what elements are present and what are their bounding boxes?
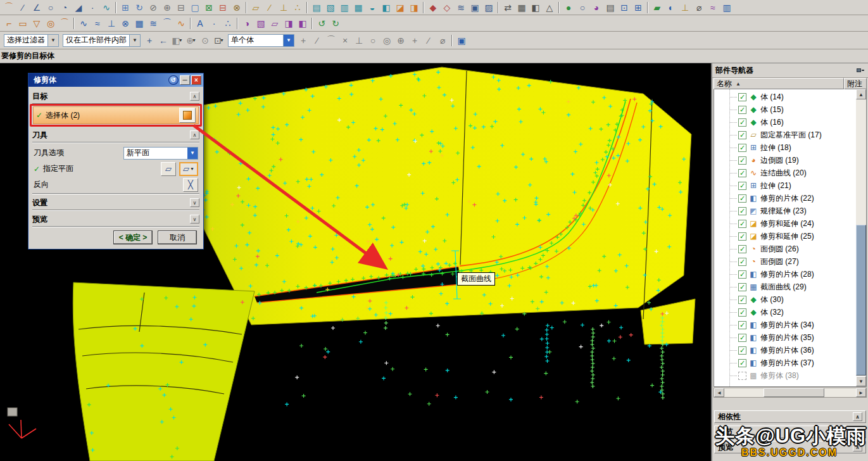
checkbox-icon[interactable]: ✓ bbox=[738, 232, 746, 241]
refresh-icon[interactable]: ↺ bbox=[315, 17, 329, 30]
checkbox-icon[interactable]: ✓ bbox=[738, 106, 746, 114]
arc-icon[interactable]: ∠ bbox=[30, 1, 44, 14]
line-icon[interactable]: ∕ bbox=[16, 1, 30, 14]
hole-icon[interactable]: ⊘ bbox=[146, 1, 160, 14]
nav-vertical-scrollbar[interactable]: ▲ ▼ bbox=[856, 89, 866, 386]
point-icon[interactable]: · bbox=[85, 1, 99, 14]
trim-body-icon[interactable]: ◆ bbox=[426, 1, 440, 14]
sew-icon[interactable]: ≋ bbox=[454, 1, 468, 14]
snap-line-icon[interactable]: ∕ bbox=[310, 34, 324, 47]
checkbox-icon[interactable]: ✓ bbox=[738, 359, 746, 367]
selection-type-combo[interactable]: 单个体 ▼ bbox=[228, 34, 294, 47]
text-curve-icon[interactable]: A bbox=[193, 17, 207, 30]
offset-surface-icon[interactable]: ◧ bbox=[379, 1, 393, 14]
point-set-curve-icon[interactable]: ∴ bbox=[221, 17, 235, 30]
spline-icon[interactable]: ∿ bbox=[99, 1, 113, 14]
checkbox-icon[interactable]: ✓ bbox=[738, 245, 746, 253]
snap-end-point-icon[interactable]: × bbox=[338, 34, 352, 47]
intersect-icon[interactable]: ⊗ bbox=[230, 1, 244, 14]
checkbox-icon[interactable] bbox=[738, 372, 746, 380]
cancel-button[interactable]: 取消 bbox=[158, 230, 197, 244]
point-curve-icon[interactable]: · bbox=[207, 17, 221, 30]
pin-icon[interactable] bbox=[856, 66, 865, 75]
chevron-down-icon[interactable]: ∨ bbox=[190, 198, 199, 207]
split-body-icon[interactable]: ◇ bbox=[440, 1, 454, 14]
navigator-titlebar[interactable]: 部件导航器 bbox=[712, 63, 868, 78]
snap-intersection-icon[interactable]: ∕ bbox=[422, 34, 436, 47]
nav-subpanel[interactable]: 相依性∧ bbox=[714, 410, 866, 423]
nav-subpanel[interactable]: 预览∧ bbox=[714, 441, 866, 453]
checkbox-icon[interactable]: ✓ bbox=[738, 321, 746, 329]
chevron-up-icon[interactable]: ∧ bbox=[853, 427, 862, 436]
chevron-down-icon[interactable]: ▼ bbox=[129, 35, 140, 46]
checkbox-icon[interactable]: ✓ bbox=[738, 118, 746, 127]
checkbox-icon[interactable]: ✓ bbox=[738, 93, 746, 101]
mirror-feature-icon[interactable]: ◧ bbox=[529, 1, 543, 14]
chevron-up-icon[interactable]: ∧ bbox=[853, 412, 862, 421]
datum-axis-icon[interactable]: ∕ bbox=[263, 1, 277, 14]
nav-item[interactable]: ✓◕边倒圆 (19) bbox=[714, 154, 856, 167]
checkbox-icon[interactable]: ✓ bbox=[738, 346, 746, 355]
point-set-icon[interactable]: ∴ bbox=[291, 1, 305, 14]
n-sided-surface-icon[interactable]: ▦ bbox=[351, 1, 365, 14]
checkbox-icon[interactable]: ✓ bbox=[738, 207, 746, 215]
selection-filter-combo[interactable]: 选择过滤器 ▼ bbox=[4, 34, 59, 47]
plane-dialog-button[interactable]: ▱ bbox=[161, 162, 176, 176]
nav-item[interactable]: ✓◧修剪的片体 (36) bbox=[714, 344, 856, 357]
fit-curve-icon[interactable]: ≈ bbox=[91, 17, 104, 30]
fillet-icon[interactable]: ◔ bbox=[58, 1, 72, 14]
chamfer-icon[interactable]: ◢ bbox=[72, 1, 85, 14]
checkbox-icon[interactable]: ✓ bbox=[738, 194, 746, 203]
type-filter-icon[interactable]: + bbox=[142, 34, 156, 47]
snap-center-icon[interactable]: ○ bbox=[366, 34, 380, 47]
scroll-right-icon[interactable]: ► bbox=[856, 388, 866, 397]
through-curves-icon[interactable]: ▤ bbox=[310, 1, 324, 14]
solid-preference-icon[interactable]: ◧▼ bbox=[170, 34, 184, 47]
feature-tree[interactable]: ✓◆体 (14)✓◆体 (15)✓◆体 (16)✓▱固定基准平面 (17)✓⊞拉… bbox=[714, 89, 867, 387]
chevron-down-icon[interactable]: ▼ bbox=[47, 35, 58, 46]
snap-mid-point-icon[interactable]: ⊥ bbox=[352, 34, 366, 47]
nav-item[interactable]: ✓▱固定基准平面 (17) bbox=[714, 129, 856, 141]
orientation-triad[interactable] bbox=[8, 408, 36, 438]
wireframe-view-icon[interactable]: ○ bbox=[576, 1, 589, 14]
checkbox-icon[interactable]: ✓ bbox=[738, 308, 746, 317]
show-hide-icon[interactable]: ◐ bbox=[664, 1, 678, 14]
scrollbar-thumb[interactable] bbox=[764, 388, 824, 397]
nav-item[interactable]: ✓◧修剪的片体 (28) bbox=[714, 268, 856, 281]
scale-body-icon[interactable]: △ bbox=[543, 1, 557, 14]
section-curve-icon[interactable]: ▦ bbox=[132, 17, 146, 30]
pan-icon[interactable]: + bbox=[296, 34, 310, 47]
nav-item[interactable]: ✓◆体 (32) bbox=[714, 306, 856, 319]
scroll-left-icon[interactable]: ◄ bbox=[714, 388, 724, 397]
four-point-surface-icon[interactable]: ▱ bbox=[268, 17, 282, 30]
studio-surface-icon[interactable]: ◑ bbox=[240, 17, 254, 30]
orient-view-icon[interactable]: ⊞ bbox=[631, 1, 645, 14]
chevron-down-icon[interactable]: ▼ bbox=[187, 148, 198, 159]
fit-view-icon[interactable]: ⊡ bbox=[617, 1, 631, 14]
snap-existing-point-icon[interactable]: + bbox=[408, 34, 422, 47]
checkbox-icon[interactable]: ✓ bbox=[738, 144, 746, 152]
chevron-up-icon[interactable]: ∧ bbox=[853, 443, 862, 452]
nav-item[interactable]: ✓◔面倒圆 (27) bbox=[714, 255, 856, 268]
datum-csys-icon[interactable]: ⊥ bbox=[277, 1, 291, 14]
snap-circle-icon[interactable]: ◎ bbox=[380, 34, 394, 47]
object-display-icon[interactable]: ▰ bbox=[650, 1, 664, 14]
reverse-direction-button[interactable]: ╳ bbox=[183, 178, 198, 192]
sketch-icon[interactable]: ⌒ bbox=[2, 1, 16, 14]
checkbox-icon[interactable]: ✓ bbox=[738, 334, 746, 342]
scroll-up-icon[interactable]: ▲ bbox=[856, 89, 866, 99]
dialog-minimize-button[interactable]: ─ bbox=[180, 75, 190, 85]
subtract-icon[interactable]: ⊟ bbox=[216, 1, 230, 14]
dialog-reset-button[interactable]: ↺ bbox=[168, 75, 179, 85]
thicken-icon[interactable]: ▣ bbox=[468, 1, 482, 14]
nav-item[interactable]: ✓▦截面曲线 (29) bbox=[714, 281, 856, 293]
trimmed-sheet-icon[interactable]: ◪ bbox=[393, 1, 407, 14]
model-right-piece[interactable] bbox=[641, 299, 695, 344]
project-curve-icon[interactable]: ⊥ bbox=[104, 17, 118, 30]
selection-scope-combo[interactable]: 仅在工作部件内部 ▼ bbox=[63, 34, 141, 47]
swept-surface-icon[interactable]: ▧ bbox=[254, 17, 268, 30]
assembly-preference-icon[interactable]: ⊕▼ bbox=[184, 34, 198, 47]
checkbox-icon[interactable]: ✓ bbox=[738, 296, 746, 304]
rectangle-select-icon[interactable]: ⊡▼ bbox=[212, 34, 226, 47]
nav-item[interactable]: ✓◪修剪和延伸 (25) bbox=[714, 230, 856, 243]
